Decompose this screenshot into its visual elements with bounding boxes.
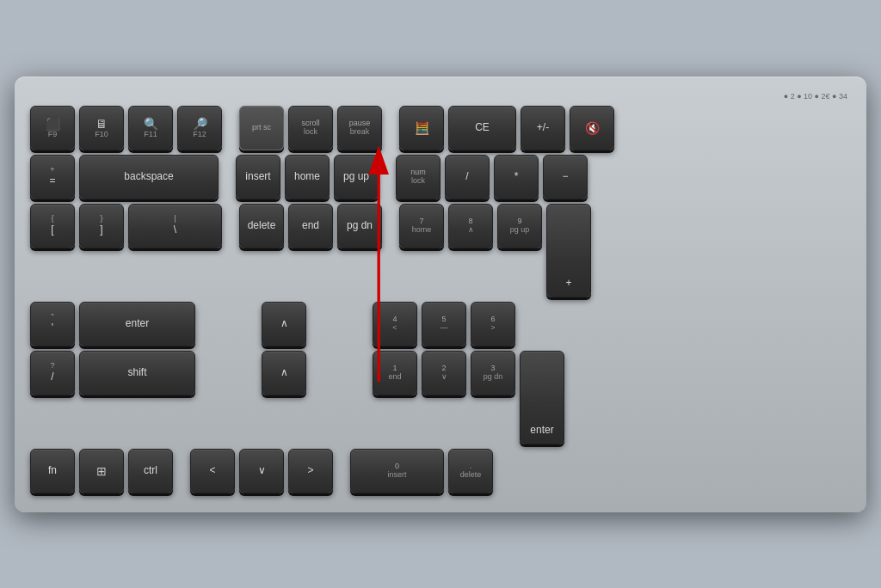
monitor-icon: 🖥	[95, 117, 108, 131]
key-numpad-5[interactable]: 5 —	[422, 302, 466, 346]
calculator-icon: 🧮	[415, 121, 429, 135]
row6: fn ⊞ ctrl < ∨ >	[30, 449, 851, 493]
key-enter[interactable]: enter	[79, 302, 195, 346]
key-numpad-0[interactable]: 0 insert	[350, 449, 444, 493]
key-pausebreak[interactable]: pause break	[337, 106, 382, 150]
key-numlock[interactable]: num lock	[396, 155, 440, 199]
key-numpad-8[interactable]: 8 ∧	[448, 204, 493, 248]
key-backspace[interactable]: backspace	[79, 155, 219, 199]
key-menu[interactable]: ⊞	[79, 449, 124, 493]
magnify-icon: 🔎	[193, 117, 207, 131]
row4: " ' enter ∧ 4 < 5 —	[30, 302, 851, 346]
key-f11[interactable]: 🔍 F11	[128, 106, 173, 150]
key-insert[interactable]: insert	[236, 155, 280, 199]
key-equals[interactable]: + =	[30, 155, 75, 199]
key-numpad-1[interactable]: 1 end	[373, 351, 417, 395]
key-delete[interactable]: delete	[239, 204, 284, 248]
key-numpad-plus[interactable]: +	[546, 204, 591, 297]
key-numpad-7[interactable]: 7 home	[399, 204, 444, 248]
row5: ? / shift ∧ 1 end 2 ∨	[30, 351, 851, 444]
indicator-text: ● 2 ● 10 ● 2€ ● 34	[784, 92, 847, 101]
key-numpad-6[interactable]: 6 >	[471, 302, 515, 346]
search-icon: 🔍	[144, 117, 158, 131]
key-down[interactable]: ∨	[239, 449, 284, 493]
key-pgup[interactable]: pg up	[334, 155, 379, 199]
key-pgdn[interactable]: pg dn	[337, 204, 382, 248]
key-left[interactable]: <	[190, 449, 235, 493]
row3: { [ } ] | \ delete end	[30, 204, 851, 297]
key-up2[interactable]: ∧	[262, 351, 306, 395]
key-f9[interactable]: ⬛ F9	[30, 106, 75, 150]
volume-icon: 🔇	[585, 121, 600, 135]
key-numpad-slash[interactable]: /	[445, 155, 490, 199]
key-mute[interactable]: 🔇	[570, 106, 614, 150]
film-icon: ⬛	[46, 117, 60, 131]
key-numpad-9[interactable]: 9 pg up	[497, 204, 542, 248]
key-f10[interactable]: 🖥 F10	[79, 106, 124, 150]
key-numpad-3[interactable]: 3 pg dn	[471, 351, 515, 395]
keys-area: ⬛ F9 🖥 F10 🔍 F11 🔎 F12 prt sc	[30, 106, 851, 493]
key-numpad-enter[interactable]: enter	[520, 351, 564, 444]
function-row: ⬛ F9 🖥 F10 🔍 F11 🔎 F12 prt sc	[30, 106, 851, 150]
key-plusminus[interactable]: +/-	[521, 106, 565, 150]
key-numpad-minus[interactable]: −	[543, 155, 588, 199]
key-bracket-close[interactable]: } ]	[79, 204, 124, 248]
key-bracket-open[interactable]: { [	[30, 204, 75, 248]
key-backslash[interactable]: | \	[128, 204, 222, 248]
key-calculator[interactable]: 🧮	[399, 106, 444, 150]
menu-icon: ⊞	[96, 464, 107, 478]
key-ce[interactable]: CE	[448, 106, 516, 150]
key-numpad-asterisk[interactable]: *	[494, 155, 539, 199]
keyboard: ● 2 ● 10 ● 2€ ● 34 ⬛ F9 🖥 F10 🔍 F11 🔎	[15, 77, 866, 512]
key-numpad-4[interactable]: 4 <	[373, 302, 417, 346]
key-slash[interactable]: ? /	[30, 351, 75, 395]
key-f12[interactable]: 🔎 F12	[177, 106, 222, 150]
key-shift-right[interactable]: shift	[79, 351, 195, 395]
key-quote[interactable]: " '	[30, 302, 75, 346]
row2: + = backspace insert home pg up	[30, 155, 851, 199]
key-home[interactable]: home	[285, 155, 330, 199]
key-prtsc[interactable]: prt sc	[239, 106, 284, 150]
key-numpad-dot[interactable]: . delete	[448, 449, 493, 493]
key-up[interactable]: ∧	[262, 302, 306, 346]
key-ctrl-right[interactable]: ctrl	[128, 449, 173, 493]
key-end[interactable]: end	[288, 204, 333, 248]
key-numpad-2[interactable]: 2 ∨	[422, 351, 466, 395]
key-right[interactable]: >	[288, 449, 333, 493]
top-indicators: ● 2 ● 10 ● 2€ ● 34	[30, 92, 851, 106]
key-scrolllock[interactable]: scroll lock	[288, 106, 333, 150]
key-fn[interactable]: fn	[30, 449, 75, 493]
